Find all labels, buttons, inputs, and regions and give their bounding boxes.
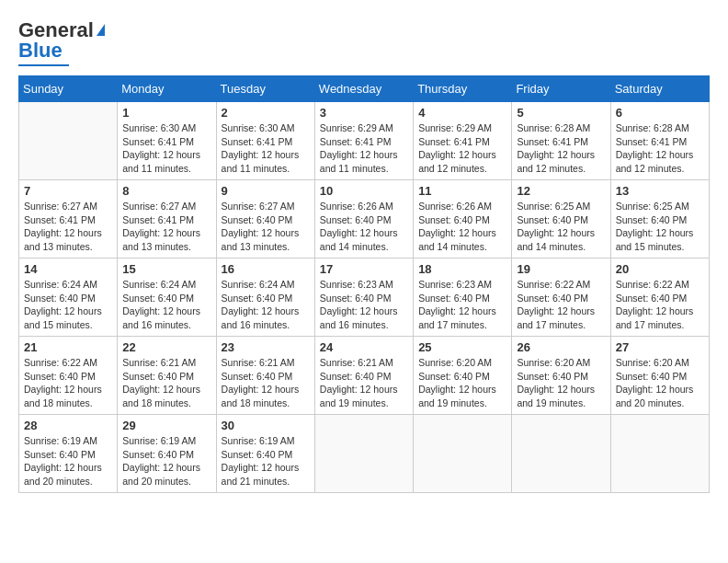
day-info: Sunrise: 6:29 AMSunset: 6:41 PMDaylight:… [418, 121, 506, 176]
day-info: Sunrise: 6:27 AMSunset: 6:41 PMDaylight:… [24, 200, 112, 254]
header-saturday: Saturday [610, 76, 709, 102]
day-info: Sunrise: 6:30 AMSunset: 6:41 PMDaylight:… [122, 121, 210, 176]
calendar-cell: 19Sunrise: 6:22 AMSunset: 6:40 PMDayligh… [512, 259, 610, 337]
day-info: Sunrise: 6:20 AMSunset: 6:40 PMDaylight:… [616, 356, 704, 410]
calendar-cell: 9Sunrise: 6:27 AMSunset: 6:40 PMDaylight… [216, 180, 314, 259]
day-info: Sunrise: 6:20 AMSunset: 6:40 PMDaylight:… [418, 356, 506, 410]
day-info: Sunrise: 6:21 AMSunset: 6:40 PMDaylight:… [222, 356, 310, 410]
day-number: 4 [418, 106, 506, 120]
day-number: 12 [517, 184, 605, 198]
calendar-cell: 3Sunrise: 6:29 AMSunset: 6:41 PMDaylight… [314, 102, 413, 180]
day-number: 28 [24, 419, 112, 432]
day-number: 25 [418, 340, 506, 354]
day-number: 17 [320, 262, 408, 276]
day-info: Sunrise: 6:25 AMSunset: 6:40 PMDaylight:… [616, 200, 704, 254]
day-number: 16 [222, 262, 310, 276]
calendar-cell: 5Sunrise: 6:28 AMSunset: 6:41 PMDaylight… [512, 102, 610, 180]
header-friday: Friday [512, 76, 610, 102]
calendar-cell: 1Sunrise: 6:30 AMSunset: 6:41 PMDaylight… [118, 102, 216, 180]
logo-triangle-icon [97, 24, 105, 36]
day-number: 21 [24, 340, 112, 354]
calendar-table: SundayMondayTuesdayWednesdayThursdayFrid… [18, 75, 710, 493]
calendar-cell: 13Sunrise: 6:25 AMSunset: 6:40 PMDayligh… [610, 180, 709, 259]
day-info: Sunrise: 6:26 AMSunset: 6:40 PMDaylight:… [320, 200, 408, 254]
day-number: 10 [320, 184, 408, 198]
page-header: General Blue [18, 18, 710, 66]
calendar-cell: 22Sunrise: 6:21 AMSunset: 6:40 PMDayligh… [118, 337, 216, 415]
calendar-cell: 26Sunrise: 6:20 AMSunset: 6:40 PMDayligh… [512, 337, 610, 415]
header-monday: Monday [118, 76, 216, 102]
logo: General Blue [18, 18, 105, 66]
day-number: 26 [517, 340, 605, 354]
calendar-cell: 30Sunrise: 6:19 AMSunset: 6:40 PMDayligh… [216, 415, 314, 493]
day-info: Sunrise: 6:22 AMSunset: 6:40 PMDaylight:… [517, 278, 605, 332]
calendar-cell: 14Sunrise: 6:24 AMSunset: 6:40 PMDayligh… [19, 259, 118, 337]
day-number: 11 [418, 184, 506, 198]
day-number: 24 [320, 340, 408, 354]
header-wednesday: Wednesday [314, 76, 413, 102]
calendar-cell [512, 415, 610, 493]
calendar-cell: 10Sunrise: 6:26 AMSunset: 6:40 PMDayligh… [314, 180, 413, 259]
day-info: Sunrise: 6:23 AMSunset: 6:40 PMDaylight:… [320, 278, 408, 332]
calendar-cell: 2Sunrise: 6:30 AMSunset: 6:41 PMDaylight… [216, 102, 314, 180]
day-info: Sunrise: 6:25 AMSunset: 6:40 PMDaylight:… [517, 200, 605, 254]
calendar-cell: 25Sunrise: 6:20 AMSunset: 6:40 PMDayligh… [414, 337, 512, 415]
day-number: 15 [122, 262, 210, 276]
logo-blue: Blue [18, 39, 63, 63]
day-info: Sunrise: 6:30 AMSunset: 6:41 PMDaylight:… [222, 121, 310, 176]
day-number: 19 [517, 262, 605, 276]
day-info: Sunrise: 6:19 AMSunset: 6:40 PMDaylight:… [222, 434, 310, 488]
day-info: Sunrise: 6:20 AMSunset: 6:40 PMDaylight:… [517, 356, 605, 410]
calendar-cell: 27Sunrise: 6:20 AMSunset: 6:40 PMDayligh… [610, 337, 709, 415]
day-info: Sunrise: 6:29 AMSunset: 6:41 PMDaylight:… [320, 121, 408, 176]
day-number: 5 [517, 106, 605, 120]
day-info: Sunrise: 6:19 AMSunset: 6:40 PMDaylight:… [24, 434, 112, 488]
calendar-week-5: 28Sunrise: 6:19 AMSunset: 6:40 PMDayligh… [19, 415, 710, 493]
day-number: 9 [222, 184, 310, 198]
calendar-cell: 12Sunrise: 6:25 AMSunset: 6:40 PMDayligh… [512, 180, 610, 259]
header-sunday: Sunday [19, 76, 118, 102]
calendar-cell: 20Sunrise: 6:22 AMSunset: 6:40 PMDayligh… [610, 259, 709, 337]
day-info: Sunrise: 6:21 AMSunset: 6:40 PMDaylight:… [122, 356, 210, 410]
calendar-cell: 11Sunrise: 6:26 AMSunset: 6:40 PMDayligh… [414, 180, 512, 259]
calendar-cell: 18Sunrise: 6:23 AMSunset: 6:40 PMDayligh… [414, 259, 512, 337]
day-number: 30 [222, 419, 310, 432]
calendar-cell: 24Sunrise: 6:21 AMSunset: 6:40 PMDayligh… [314, 337, 413, 415]
day-number: 6 [616, 106, 704, 120]
calendar-cell: 15Sunrise: 6:24 AMSunset: 6:40 PMDayligh… [118, 259, 216, 337]
calendar-header-row: SundayMondayTuesdayWednesdayThursdayFrid… [19, 76, 710, 102]
day-info: Sunrise: 6:21 AMSunset: 6:40 PMDaylight:… [320, 356, 408, 410]
day-info: Sunrise: 6:28 AMSunset: 6:41 PMDaylight:… [616, 121, 704, 176]
calendar-cell [414, 415, 512, 493]
calendar-cell: 7Sunrise: 6:27 AMSunset: 6:41 PMDaylight… [19, 180, 118, 259]
calendar-cell [610, 415, 709, 493]
day-info: Sunrise: 6:19 AMSunset: 6:40 PMDaylight:… [122, 434, 210, 488]
logo-underline [18, 64, 69, 66]
day-info: Sunrise: 6:22 AMSunset: 6:40 PMDaylight:… [24, 356, 112, 410]
day-number: 2 [222, 106, 310, 120]
calendar-week-1: 1Sunrise: 6:30 AMSunset: 6:41 PMDaylight… [19, 102, 710, 180]
day-number: 8 [122, 184, 210, 198]
day-info: Sunrise: 6:24 AMSunset: 6:40 PMDaylight:… [222, 278, 310, 332]
day-info: Sunrise: 6:24 AMSunset: 6:40 PMDaylight:… [122, 278, 210, 332]
calendar-cell: 8Sunrise: 6:27 AMSunset: 6:41 PMDaylight… [118, 180, 216, 259]
day-number: 13 [616, 184, 704, 198]
day-info: Sunrise: 6:27 AMSunset: 6:40 PMDaylight:… [222, 200, 310, 254]
day-number: 7 [24, 184, 112, 198]
day-info: Sunrise: 6:26 AMSunset: 6:40 PMDaylight:… [418, 200, 506, 254]
calendar-cell: 17Sunrise: 6:23 AMSunset: 6:40 PMDayligh… [314, 259, 413, 337]
day-number: 23 [222, 340, 310, 354]
calendar-cell: 6Sunrise: 6:28 AMSunset: 6:41 PMDaylight… [610, 102, 709, 180]
calendar-cell: 21Sunrise: 6:22 AMSunset: 6:40 PMDayligh… [19, 337, 118, 415]
calendar-cell: 29Sunrise: 6:19 AMSunset: 6:40 PMDayligh… [118, 415, 216, 493]
header-thursday: Thursday [414, 76, 512, 102]
day-number: 14 [24, 262, 112, 276]
day-info: Sunrise: 6:24 AMSunset: 6:40 PMDaylight:… [24, 278, 112, 332]
day-number: 3 [320, 106, 408, 120]
calendar-cell: 23Sunrise: 6:21 AMSunset: 6:40 PMDayligh… [216, 337, 314, 415]
day-info: Sunrise: 6:22 AMSunset: 6:40 PMDaylight:… [616, 278, 704, 332]
calendar-cell [314, 415, 413, 493]
day-number: 22 [122, 340, 210, 354]
day-info: Sunrise: 6:23 AMSunset: 6:40 PMDaylight:… [418, 278, 506, 332]
day-number: 27 [616, 340, 704, 354]
